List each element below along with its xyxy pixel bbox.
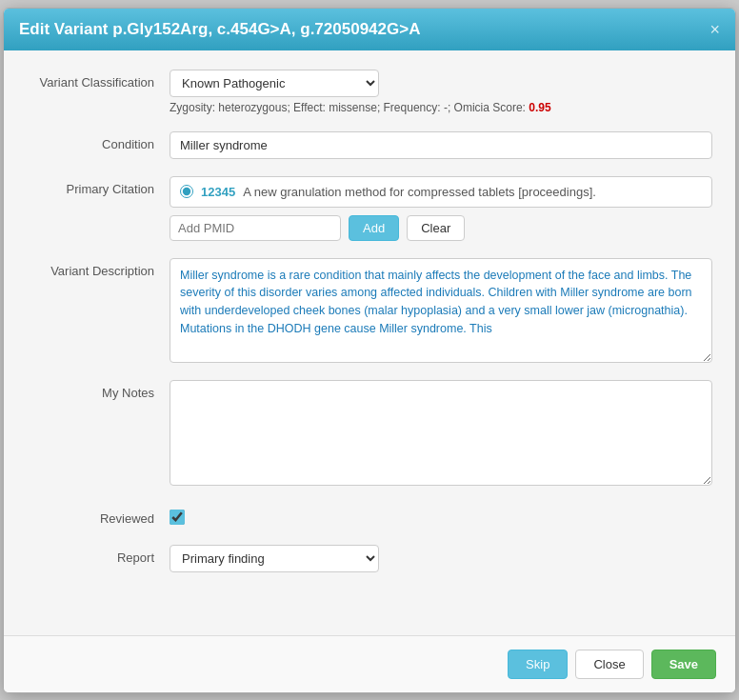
clear-pmid-button[interactable]: Clear bbox=[407, 215, 465, 241]
dialog-body: Variant Classification Known Pathogenic … bbox=[4, 50, 735, 635]
omicia-score: 0.95 bbox=[529, 101, 550, 114]
close-x-button[interactable]: × bbox=[709, 21, 720, 38]
reviewed-checkbox[interactable] bbox=[170, 510, 185, 525]
primary-citation-label: Primary Citation bbox=[27, 176, 170, 196]
report-wrap: Primary finding Secondary finding Not re… bbox=[170, 545, 712, 572]
citation-id: 12345 bbox=[201, 185, 235, 199]
variant-classification-row: Variant Classification Known Pathogenic … bbox=[27, 70, 712, 114]
report-row: Report Primary finding Secondary finding… bbox=[27, 545, 712, 572]
report-label: Report bbox=[27, 545, 170, 565]
variant-classification-wrap: Known Pathogenic Pathogenic Likely Patho… bbox=[170, 70, 712, 114]
my-notes-wrap bbox=[170, 380, 712, 490]
pmid-row: Add Clear bbox=[170, 215, 712, 241]
report-select[interactable]: Primary finding Secondary finding Not re… bbox=[170, 545, 379, 572]
reviewed-wrap bbox=[170, 506, 712, 528]
edit-variant-dialog: Edit Variant p.Gly152Arg, c.454G>A, g.72… bbox=[3, 8, 736, 693]
condition-input[interactable] bbox=[170, 131, 712, 159]
variant-description-label: Variant Description bbox=[27, 258, 170, 278]
variant-description-row: Variant Description Miller syndrome is a… bbox=[27, 258, 712, 363]
variant-classification-label: Variant Classification bbox=[27, 70, 170, 90]
primary-citation-row: Primary Citation 12345 A new granulation… bbox=[27, 176, 712, 241]
save-button[interactable]: Save bbox=[651, 650, 716, 679]
citation-box: 12345 A new granulation method for compr… bbox=[170, 176, 712, 208]
zygosity-text: Zygosity: heterozygous; Effect: missense… bbox=[170, 101, 712, 114]
dialog-footer: Skip Close Save bbox=[4, 635, 735, 692]
my-notes-row: My Notes bbox=[27, 380, 712, 490]
reviewed-label: Reviewed bbox=[27, 506, 170, 526]
condition-row: Condition bbox=[27, 131, 712, 159]
variant-classification-select[interactable]: Known Pathogenic Pathogenic Likely Patho… bbox=[170, 70, 379, 97]
citation-radio[interactable] bbox=[180, 185, 193, 198]
dialog-title: Edit Variant p.Gly152Arg, c.454G>A, g.72… bbox=[19, 20, 420, 39]
primary-citation-wrap: 12345 A new granulation method for compr… bbox=[170, 176, 712, 241]
variant-description-text[interactable]: Miller syndrome is a rare condition that… bbox=[170, 258, 712, 363]
my-notes-label: My Notes bbox=[27, 380, 170, 400]
my-notes-textarea[interactable] bbox=[170, 380, 712, 487]
add-pmid-button[interactable]: Add bbox=[349, 215, 399, 241]
dialog-header: Edit Variant p.Gly152Arg, c.454G>A, g.72… bbox=[4, 9, 735, 50]
skip-button[interactable]: Skip bbox=[508, 650, 568, 679]
pmid-input[interactable] bbox=[170, 215, 341, 241]
variant-description-wrap: Miller syndrome is a rare condition that… bbox=[170, 258, 712, 363]
reviewed-row: Reviewed bbox=[27, 506, 712, 528]
condition-label: Condition bbox=[27, 131, 170, 151]
citation-text: A new granulation method for compressed … bbox=[243, 185, 596, 199]
close-button[interactable]: Close bbox=[575, 650, 643, 679]
condition-wrap bbox=[170, 131, 712, 159]
